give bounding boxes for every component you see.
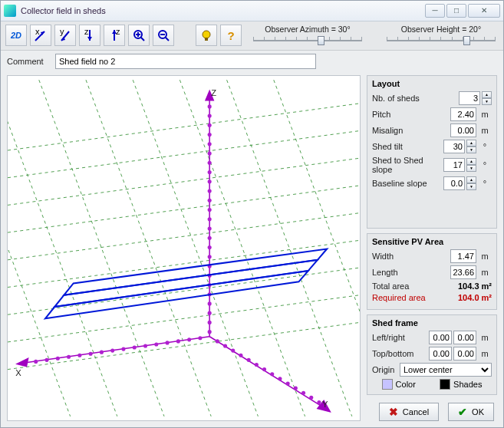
svg-point-98	[317, 400, 321, 404]
comment-label: Comment	[7, 57, 49, 66]
svg-point-91	[262, 367, 266, 371]
misalign-label: Misalign	[372, 126, 449, 135]
nb-sheds-input[interactable]	[459, 91, 480, 105]
pitch-label: Pitch	[372, 110, 449, 119]
svg-point-62	[208, 311, 212, 315]
svg-point-72	[143, 344, 147, 347]
comment-input[interactable]	[55, 54, 316, 69]
svg-point-45	[208, 152, 212, 156]
total-area-value: 104.3 m²	[452, 281, 492, 291]
layout-group: Layout Nb. of sheds▲▼ Pitchm Misalignm S…	[367, 75, 497, 229]
svg-line-17	[165, 37, 169, 41]
svg-point-61	[208, 301, 212, 305]
right-input[interactable]	[453, 331, 476, 344]
svg-point-74	[121, 347, 125, 351]
misalign-input[interactable]	[450, 123, 476, 137]
svg-point-56	[208, 255, 212, 258]
origin-label: Origin	[372, 365, 398, 374]
svg-marker-101	[64, 249, 327, 295]
svg-point-96	[301, 391, 305, 395]
3d-viewport[interactable]: Z X Y	[7, 75, 361, 421]
axis-y-button[interactable]: y	[54, 25, 76, 46]
bottom-input[interactable]	[453, 347, 476, 361]
top-input[interactable]	[429, 347, 452, 361]
svg-point-42	[208, 123, 212, 127]
left-input[interactable]	[429, 331, 452, 344]
svg-line-36	[8, 80, 71, 416]
zoom-in-icon[interactable]	[128, 25, 150, 46]
svg-line-22	[8, 131, 360, 178]
svg-line-23	[8, 158, 360, 205]
shedframe-title: Shed frame	[372, 318, 492, 328]
axis-z-label: Z	[211, 88, 216, 97]
cancel-button[interactable]: ✖Cancel	[379, 403, 439, 421]
ok-button[interactable]: ✔OK	[448, 403, 494, 421]
width-label: Width	[372, 252, 449, 261]
observer-height-label: Observer Height = 20°	[401, 25, 481, 34]
svg-line-21	[8, 104, 360, 150]
svg-line-27	[8, 268, 360, 314]
total-area-label: Total area	[372, 281, 450, 291]
svg-point-69	[176, 339, 180, 343]
svg-point-86	[223, 344, 227, 347]
svg-line-29	[8, 322, 360, 369]
length-input[interactable]	[450, 265, 476, 279]
shed-slope-spin[interactable]: ▲▼	[466, 158, 476, 172]
svg-point-85	[216, 339, 219, 343]
svg-point-87	[231, 349, 235, 353]
window-title: Collector field in sheds	[21, 6, 423, 15]
nb-sheds-spin[interactable]: ▲▼	[482, 91, 492, 105]
shed-slope-input[interactable]	[443, 158, 465, 172]
svg-point-97	[309, 396, 313, 400]
svg-line-83	[209, 337, 325, 409]
svg-point-93	[278, 377, 282, 380]
help-icon[interactable]: ?	[220, 25, 242, 46]
shades-swatch-block[interactable]: Shades	[440, 379, 482, 390]
origin-select[interactable]: Lower center	[400, 363, 492, 377]
axis-x-button[interactable]: x	[30, 25, 51, 46]
titlebar: Collector field in sheds ─ □ ✕	[1, 1, 503, 21]
pvarea-group: Sensitive PV Area Widthm Lengthm Total a…	[367, 233, 497, 310]
shed-tilt-spin[interactable]: ▲▼	[466, 140, 476, 153]
axis-z-down-button[interactable]: z	[79, 25, 100, 46]
svg-line-32	[133, 80, 258, 416]
svg-point-92	[270, 372, 274, 376]
baseline-slope-spin[interactable]: ▲▼	[466, 176, 476, 190]
maximize-button[interactable]: □	[446, 4, 466, 18]
svg-point-94	[286, 381, 290, 385]
svg-line-37	[274, 80, 360, 416]
svg-point-43	[208, 133, 212, 137]
observer-azimuth-label: Observer Azimuth = 30°	[265, 25, 350, 34]
svg-point-47	[208, 170, 212, 174]
width-input[interactable]	[450, 249, 476, 263]
observer-azimuth-slider[interactable]: Observer Azimuth = 30°	[250, 25, 365, 46]
svg-line-65	[21, 337, 209, 364]
shed-tilt-input[interactable]	[443, 140, 465, 153]
bulb-icon[interactable]	[196, 25, 217, 46]
svg-point-79	[67, 355, 71, 359]
svg-line-25	[8, 213, 360, 260]
cancel-icon: ✖	[389, 406, 398, 418]
observer-height-slider[interactable]: Observer Height = 20°	[384, 25, 499, 46]
color-swatch-block[interactable]: Color	[382, 379, 416, 390]
ok-icon: ✔	[458, 406, 467, 418]
svg-point-52	[208, 217, 212, 221]
close-button[interactable]: ✕	[468, 4, 500, 18]
view-2d-button[interactable]: 2D	[5, 25, 27, 46]
axis-z-up-button[interactable]: z	[104, 25, 125, 46]
app-window: Collector field in sheds ─ □ ✕ 2D x y z …	[0, 0, 504, 428]
shedframe-group: Shed frame Left/rightm Top/bottomm Origi…	[367, 314, 497, 395]
svg-point-71	[154, 342, 158, 346]
baseline-slope-input[interactable]	[443, 176, 465, 190]
svg-point-67	[198, 336, 202, 340]
zoom-out-icon[interactable]	[153, 25, 174, 46]
pvarea-title: Sensitive PV Area	[372, 237, 492, 246]
svg-line-34	[227, 80, 352, 416]
topbottom-label: Top/bottom	[372, 349, 427, 358]
nb-sheds-label: Nb. of sheds	[372, 94, 457, 103]
svg-point-19	[203, 31, 210, 38]
svg-line-31	[86, 80, 211, 416]
svg-point-48	[208, 179, 212, 183]
pitch-input[interactable]	[450, 107, 476, 121]
minimize-button[interactable]: ─	[425, 4, 445, 18]
